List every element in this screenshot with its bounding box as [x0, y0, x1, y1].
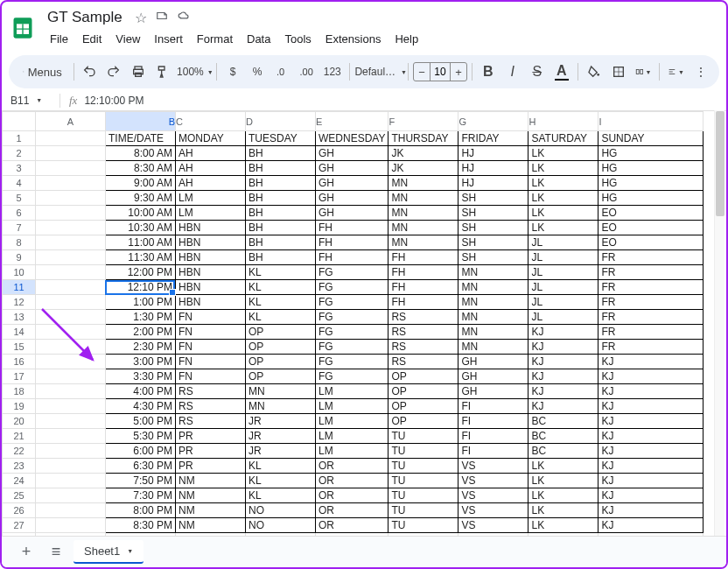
row-header[interactable]: 22 — [3, 444, 36, 459]
cell[interactable]: 3:30 PM — [106, 369, 176, 384]
cell[interactable]: 1:00 PM — [106, 295, 176, 310]
cell[interactable]: RS — [388, 310, 458, 325]
cell[interactable]: TU — [388, 429, 458, 444]
cell[interactable]: 4:00 PM — [106, 384, 176, 399]
row-header[interactable]: 11 — [3, 280, 36, 295]
col-header-g[interactable]: G — [458, 112, 528, 131]
cell[interactable]: GH — [316, 191, 388, 206]
cell[interactable]: 10:00 AM — [106, 206, 176, 221]
cell[interactable]: KL — [246, 295, 316, 310]
cell[interactable]: FR — [598, 280, 704, 295]
cell[interactable]: 2:00 PM — [106, 325, 176, 340]
table-row[interactable]: 1012:00 PMHBNKLFGFHMNJLFR — [3, 265, 704, 280]
row-header[interactable]: 18 — [3, 384, 36, 399]
select-all-corner[interactable] — [3, 112, 36, 131]
spreadsheet-grid[interactable]: A B C D E F G H I 1TIME/DATEMONDAYTUESDA… — [2, 111, 704, 542]
cell[interactable]: FG — [316, 369, 388, 384]
cell[interactable]: OP — [388, 399, 458, 414]
undo-button[interactable] — [78, 60, 101, 83]
cell[interactable]: LK — [528, 146, 598, 161]
cell[interactable]: OR — [316, 518, 388, 533]
table-row[interactable]: 257:30 PMNMKLORTUVSLKKJ — [3, 488, 704, 503]
cell[interactable]: HBN — [176, 265, 246, 280]
cell[interactable]: OP — [246, 340, 316, 355]
header-cell[interactable]: FRIDAY — [458, 131, 528, 146]
cell[interactable]: JL — [528, 235, 598, 250]
cell[interactable]: 6:00 PM — [106, 444, 176, 459]
decrease-font-button[interactable]: − — [414, 66, 430, 79]
menu-format[interactable]: Format — [191, 30, 239, 48]
cell[interactable]: JL — [528, 295, 598, 310]
text-color-button[interactable]: A — [550, 60, 573, 83]
cell[interactable]: FR — [598, 325, 704, 340]
cell[interactable]: AH — [176, 176, 246, 191]
cell[interactable]: LK — [528, 474, 598, 488]
italic-button[interactable]: I — [501, 60, 524, 83]
row-header[interactable]: 7 — [3, 221, 36, 235]
cell[interactable]: AH — [176, 161, 246, 176]
increase-font-button[interactable]: + — [451, 66, 466, 79]
table-row[interactable]: 173:30 PMFNOPFGOPGHKJKJ — [3, 369, 704, 384]
cell[interactable]: FI — [458, 429, 528, 444]
table-row[interactable]: 152:30 PMFNOPFGRSMNKJFR — [3, 340, 704, 355]
cell[interactable]: FH — [388, 265, 458, 280]
cell[interactable]: GH — [458, 384, 528, 399]
cell[interactable]: FR — [598, 340, 704, 355]
row-header[interactable]: 3 — [3, 161, 36, 176]
cell[interactable]: FH — [316, 221, 388, 235]
table-row[interactable]: 268:00 PMNMNOORTUVSLKKJ — [3, 503, 704, 518]
cell[interactable]: MN — [388, 176, 458, 191]
cell[interactable]: HBN — [176, 235, 246, 250]
cell[interactable]: JR — [246, 414, 316, 429]
cell[interactable]: VS — [458, 503, 528, 518]
more-toolbar-button[interactable]: ⋮ — [690, 60, 712, 83]
cell[interactable]: BH — [246, 250, 316, 265]
cell[interactable]: 8:30 PM — [106, 518, 176, 533]
currency-button[interactable]: $ — [221, 60, 244, 83]
cell[interactable]: LM — [316, 414, 388, 429]
cell[interactable]: OR — [316, 459, 388, 474]
cell[interactable]: NM — [176, 474, 246, 488]
cell[interactable]: 3:00 PM — [106, 355, 176, 369]
increase-decimal-button[interactable]: .00 — [295, 60, 318, 83]
merge-button[interactable]: ▼ — [632, 60, 655, 83]
cell[interactable]: HJ — [458, 146, 528, 161]
table-row[interactable]: 38:30 AMAHBHGHJKHJLKHG — [3, 161, 704, 176]
cell[interactable]: FH — [388, 280, 458, 295]
cell[interactable]: KJ — [528, 325, 598, 340]
cloud-icon[interactable] — [177, 10, 191, 26]
cell[interactable]: FH — [316, 250, 388, 265]
font-select[interactable]: Defaul…▼ — [354, 60, 403, 83]
cell[interactable]: KL — [246, 280, 316, 295]
cell[interactable]: RS — [388, 340, 458, 355]
table-row[interactable]: 205:00 PMRSJRLMOPFIBCKJ — [3, 414, 704, 429]
more-formats-button[interactable]: 123 — [319, 60, 345, 83]
header-cell[interactable]: MONDAY — [176, 131, 246, 146]
table-row[interactable]: 278:30 PMNMNOORTUVSLKKJ — [3, 518, 704, 533]
col-header-e[interactable]: E — [316, 112, 388, 131]
cell[interactable]: GH — [316, 161, 388, 176]
cell[interactable]: TU — [388, 488, 458, 503]
cell[interactable]: KJ — [598, 518, 704, 533]
table-row[interactable]: 59:30 AMLMBHGHMNSHLKHG — [3, 191, 704, 206]
sheets-logo[interactable] — [9, 14, 37, 42]
row-header[interactable]: 9 — [3, 250, 36, 265]
table-row[interactable]: 226:00 PMPRJRLMTUFIBCKJ — [3, 444, 704, 459]
cell[interactable]: BH — [246, 191, 316, 206]
cell[interactable]: GH — [316, 146, 388, 161]
paint-format-button[interactable] — [151, 60, 174, 83]
cell[interactable]: HG — [598, 161, 704, 176]
cell[interactable]: LK — [528, 503, 598, 518]
row-header[interactable]: 26 — [3, 503, 36, 518]
cell[interactable]: FG — [316, 280, 388, 295]
cell[interactable]: FG — [316, 265, 388, 280]
cell[interactable]: FN — [176, 369, 246, 384]
cell[interactable]: FR — [598, 310, 704, 325]
cell[interactable]: AH — [176, 146, 246, 161]
cell[interactable]: LK — [528, 221, 598, 235]
cell[interactable]: BC — [528, 444, 598, 459]
cell[interactable]: MN — [388, 221, 458, 235]
cell[interactable]: LK — [528, 459, 598, 474]
redo-button[interactable] — [102, 60, 125, 83]
cell[interactable]: 5:30 PM — [106, 429, 176, 444]
